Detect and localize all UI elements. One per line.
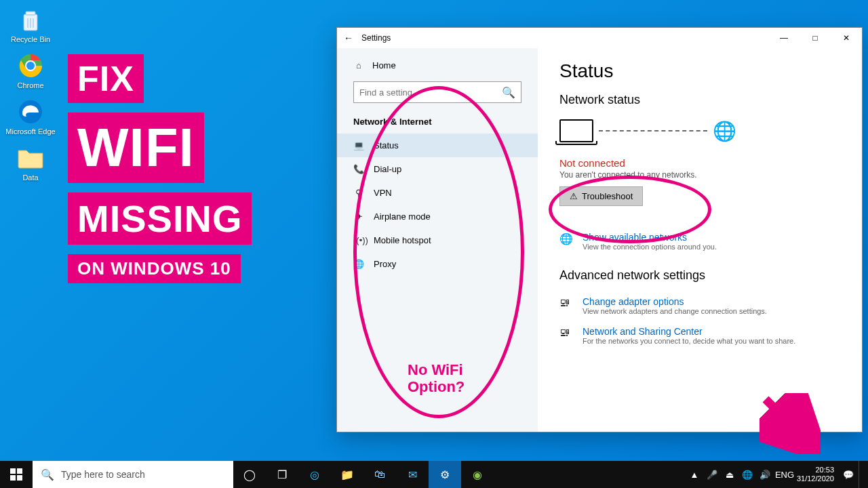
sharing-sub: For the networks you connect to, decide … — [583, 337, 795, 345]
edge-icon[interactable]: Microsoft Edge — [5, 98, 56, 136]
store-taskbar-icon[interactable]: 🛍 — [363, 461, 396, 488]
svg-rect-10 — [17, 475, 22, 481]
troubleshoot-button[interactable]: ⚠ Troubleshoot — [559, 186, 643, 206]
overlay-wifi: WIFI — [68, 113, 204, 183]
show-available-networks[interactable]: 🌐 Show available networks View the conne… — [559, 222, 840, 252]
nav-dialup[interactable]: 📞 Dial-up — [337, 157, 538, 181]
taskbar-search-placeholder: Type here to search — [61, 469, 145, 480]
nav-proxy[interactable]: 🌐 Proxy — [337, 252, 538, 276]
not-connected-text: Not connected — [559, 157, 840, 169]
search-icon: 🔍 — [502, 86, 515, 99]
nav-hotspot-label: Mobile hotspot — [374, 235, 431, 245]
window-title: Settings — [361, 33, 768, 43]
titlebar: ← Settings — □ ✕ — [337, 28, 862, 48]
svg-point-4 — [26, 62, 35, 70]
tray-date: 31/12/2020 — [797, 474, 834, 483]
taskbar-search-icon: 🔍 — [41, 468, 54, 481]
globe-icon: 🌐 — [713, 120, 736, 142]
close-button[interactable]: ✕ — [831, 28, 862, 48]
network-status-heading: Network status — [559, 93, 840, 107]
nav-airplane-label: Airplane mode — [374, 211, 431, 222]
network-diagram: 🌐 — [559, 119, 840, 142]
change-adapter-options[interactable]: 🖳 Change adapter options View network ad… — [559, 287, 840, 317]
warning-icon: ⚠ — [570, 191, 578, 201]
svg-rect-9 — [10, 475, 16, 481]
nav-vpn-label: VPN — [374, 188, 392, 198]
home-icon: ⌂ — [353, 60, 364, 70]
settings-window: ← Settings — □ ✕ ⌂ Home 🔍 Network & Inte… — [336, 27, 863, 432]
camtasia-taskbar-icon[interactable]: ◉ — [461, 461, 494, 488]
show-networks-head: Show available networks — [583, 232, 717, 243]
connection-line — [599, 130, 707, 131]
tray-eject-icon[interactable]: ⏏ — [722, 470, 737, 480]
nav-airplane[interactable]: ✈ Airplane mode — [337, 205, 538, 228]
adapter-head: Change adapter options — [583, 296, 767, 307]
hotspot-icon: ((•)) — [353, 235, 364, 245]
tray-notifications-icon[interactable]: 💬 — [841, 470, 856, 480]
nav-status-label: Status — [374, 140, 399, 150]
home-label: Home — [372, 60, 396, 70]
search-input[interactable] — [359, 87, 502, 98]
show-networks-sub: View the connection options around you. — [583, 243, 717, 251]
svg-rect-1 — [26, 12, 35, 15]
taskbar-pinned: ◯ ❐ ◎ 📁 🛍 ✉ ⚙ ◉ — [233, 461, 494, 488]
nav-vpn[interactable]: ⚲ VPN — [337, 181, 538, 205]
minimize-button[interactable]: — — [768, 28, 800, 48]
svg-rect-7 — [10, 468, 16, 474]
dialup-icon: 📞 — [353, 164, 364, 174]
nav-dialup-label: Dial-up — [374, 164, 401, 174]
overlay-text: FIX WIFI MISSING ON WINDOWS 10 — [68, 54, 252, 283]
nav-proxy-label: Proxy — [374, 259, 396, 269]
maximize-button[interactable]: □ — [800, 28, 831, 48]
nav-hotspot[interactable]: ((•)) Mobile hotspot — [337, 228, 538, 252]
taskbar: 🔍 Type here to search ◯ ❐ ◎ 📁 🛍 ✉ ⚙ ◉ ▲ … — [0, 461, 868, 488]
adapter-icon: 🖳 — [559, 296, 573, 315]
overlay-missing: MISSING — [68, 192, 252, 245]
home-button[interactable]: ⌂ Home — [337, 55, 538, 76]
page-title: Status — [559, 60, 840, 82]
show-desktop[interactable] — [859, 461, 864, 488]
mail-taskbar-icon[interactable]: ✉ — [396, 461, 429, 488]
adapter-sub: View network adapters and change connect… — [583, 307, 767, 315]
status-icon: 💻 — [353, 140, 364, 150]
task-view-icon[interactable]: ❐ — [266, 461, 298, 488]
explorer-taskbar-icon[interactable]: 📁 — [331, 461, 363, 488]
tray-chevron-icon[interactable]: ▲ — [687, 470, 702, 480]
nav-status[interactable]: 💻 Status — [337, 134, 538, 157]
overlay-fix: FIX — [68, 54, 144, 103]
svg-rect-8 — [17, 468, 22, 474]
sharing-icon: 🖳 — [559, 326, 573, 345]
overlay-onwin: ON WINDOWS 10 — [68, 254, 241, 283]
search-box[interactable]: 🔍 — [353, 81, 521, 103]
start-button[interactable] — [0, 461, 33, 488]
recycle-bin-label: Recycle Bin — [11, 35, 50, 43]
airplane-icon: ✈ — [353, 211, 364, 222]
globe-small-icon: 🌐 — [559, 232, 573, 251]
system-tray: ▲ 🎤 ⏏ 🌐 🔊 ENG 20:53 31/12/2020 💬 — [687, 461, 868, 488]
taskbar-search[interactable]: 🔍 Type here to search — [33, 461, 233, 488]
desktop-icons: Recycle Bin Chrome Microsoft Edge Data — [5, 5, 56, 182]
annotation-no-wifi: No WiFi Option? — [408, 361, 465, 396]
chrome-icon[interactable]: Chrome — [5, 52, 56, 89]
troubleshoot-label: Troubleshoot — [582, 191, 633, 201]
tray-volume-icon[interactable]: 🔊 — [757, 470, 772, 480]
settings-taskbar-icon[interactable]: ⚙ — [429, 461, 461, 488]
tray-language[interactable]: ENG — [775, 470, 790, 480]
recycle-bin-icon[interactable]: Recycle Bin — [5, 5, 56, 43]
tray-network-icon[interactable]: 🌐 — [740, 470, 755, 480]
tray-mic-icon[interactable]: 🎤 — [705, 470, 719, 480]
network-sharing-center[interactable]: 🖳 Network and Sharing Center For the net… — [559, 317, 840, 346]
cortana-icon[interactable]: ◯ — [233, 461, 266, 488]
not-connected-sub: You aren't connected to any networks. — [559, 170, 840, 180]
edge-taskbar-icon[interactable]: ◎ — [298, 461, 331, 488]
sharing-head: Network and Sharing Center — [583, 326, 795, 337]
tray-time: 20:53 — [797, 466, 834, 474]
data-folder-icon[interactable]: Data — [5, 144, 56, 182]
tray-clock[interactable]: 20:53 31/12/2020 — [793, 466, 838, 483]
data-folder-label: Data — [22, 174, 38, 182]
proxy-icon: 🌐 — [353, 259, 364, 269]
advanced-heading: Advanced network settings — [559, 268, 840, 283]
chrome-label: Chrome — [17, 81, 43, 89]
back-button[interactable]: ← — [344, 33, 361, 43]
edge-label: Microsoft Edge — [5, 127, 55, 136]
